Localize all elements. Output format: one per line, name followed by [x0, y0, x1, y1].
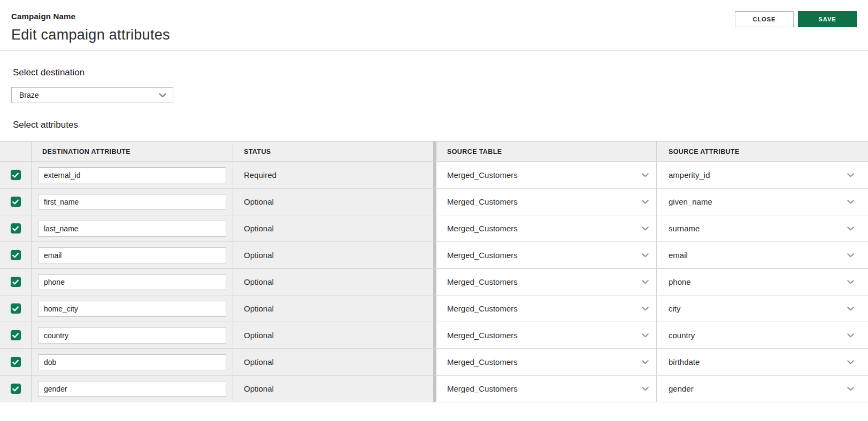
destination-attribute-cell: [31, 322, 233, 348]
chevron-down-icon: [642, 173, 649, 177]
page-title: Edit campaign attributes: [11, 26, 857, 43]
source-attribute-select[interactable]: given_name: [656, 189, 868, 215]
status-text: Optional: [244, 304, 274, 313]
header-divider: [0, 50, 868, 51]
source-attribute-select[interactable]: city: [656, 295, 868, 322]
table-row: Optional Merged_Customers city: [0, 295, 868, 322]
destination-select[interactable]: Braze: [11, 87, 173, 103]
source-table-select[interactable]: Merged_Customers: [433, 215, 656, 241]
chevron-down-icon: [847, 227, 854, 231]
column-status: STATUS: [233, 142, 433, 161]
source-attribute-value: surname: [669, 224, 700, 233]
checkmark-icon: [12, 279, 19, 285]
status-cell: Optional: [233, 376, 433, 402]
destination-attribute-cell: [31, 349, 233, 375]
close-button[interactable]: CLOSE: [735, 11, 794, 27]
source-table-select[interactable]: Merged_Customers: [433, 349, 656, 375]
source-table-value: Merged_Customers: [447, 170, 518, 180]
chevron-down-icon: [847, 387, 854, 391]
row-checkbox[interactable]: [11, 170, 21, 180]
source-attribute-value: amperity_id: [669, 170, 710, 180]
source-table-select[interactable]: Merged_Customers: [433, 269, 656, 295]
source-table-select[interactable]: Merged_Customers: [433, 376, 656, 402]
source-attribute-select[interactable]: birthdate: [656, 349, 868, 375]
select-destination-label: Select destination: [13, 67, 868, 78]
destination-attribute-input[interactable]: [38, 381, 226, 397]
status-text: Optional: [244, 197, 274, 206]
checkbox-cell: [0, 376, 31, 402]
destination-attribute-input[interactable]: [38, 354, 226, 370]
destination-attribute-input[interactable]: [38, 194, 226, 210]
chevron-down-icon: [642, 387, 649, 391]
source-table-value: Merged_Customers: [447, 277, 518, 286]
source-table-select[interactable]: Merged_Customers: [433, 162, 656, 188]
checkbox-cell: [0, 215, 31, 241]
destination-attribute-input[interactable]: [38, 301, 226, 317]
table-row: Optional Merged_Customers given_name: [0, 189, 868, 215]
source-table-select[interactable]: Merged_Customers: [433, 242, 656, 268]
header-checkbox-cell: [0, 142, 31, 161]
destination-attribute-input[interactable]: [38, 274, 226, 290]
destination-select-value: Braze: [19, 91, 39, 99]
chevron-down-icon: [642, 253, 649, 258]
status-cell: Optional: [233, 189, 433, 215]
row-checkbox[interactable]: [11, 277, 21, 287]
checkbox-cell: [0, 162, 31, 188]
chevron-down-icon: [642, 227, 649, 231]
chevron-down-icon: [847, 173, 854, 177]
source-attribute-select[interactable]: surname: [656, 215, 868, 241]
destination-attribute-input[interactable]: [38, 328, 226, 344]
select-attributes-label: Select attributes: [13, 120, 868, 130]
checkbox-cell: [0, 295, 31, 322]
destination-attribute-cell: [31, 242, 233, 268]
source-attribute-select[interactable]: email: [656, 242, 868, 268]
source-attribute-value: given_name: [669, 197, 712, 206]
row-checkbox[interactable]: [11, 330, 21, 340]
source-table-value: Merged_Customers: [447, 224, 518, 233]
source-table-value: Merged_Customers: [447, 197, 518, 206]
checkbox-cell: [0, 189, 31, 215]
row-checkbox[interactable]: [11, 303, 21, 314]
checkmark-icon: [12, 333, 19, 338]
source-table-select[interactable]: Merged_Customers: [433, 322, 656, 348]
status-cell: Optional: [233, 322, 433, 348]
status-text: Optional: [244, 224, 274, 233]
checkmark-icon: [12, 199, 19, 205]
table-row: Optional Merged_Customers gender: [0, 376, 868, 402]
attributes-table-body: Required Merged_Customers amperity_id Op…: [0, 162, 868, 402]
source-attribute-select[interactable]: phone: [656, 269, 868, 295]
row-checkbox[interactable]: [11, 250, 21, 260]
row-checkbox[interactable]: [11, 223, 21, 233]
source-attribute-value: email: [669, 251, 688, 260]
source-attribute-value: city: [669, 304, 681, 313]
table-row: Optional Merged_Customers surname: [0, 215, 868, 242]
checkmark-icon: [12, 226, 19, 231]
checkbox-cell: [0, 322, 31, 348]
status-text: Optional: [244, 277, 274, 286]
row-checkbox[interactable]: [11, 197, 21, 207]
row-checkbox[interactable]: [11, 357, 21, 367]
source-table-select[interactable]: Merged_Customers: [433, 189, 656, 215]
source-attribute-select[interactable]: gender: [656, 376, 868, 402]
source-table-select[interactable]: Merged_Customers: [433, 295, 656, 322]
destination-attribute-input[interactable]: [38, 247, 226, 263]
row-checkbox[interactable]: [11, 384, 21, 394]
chevron-down-icon: [642, 360, 649, 364]
destination-attribute-cell: [31, 376, 233, 402]
chevron-down-icon: [847, 307, 854, 311]
source-attribute-select[interactable]: country: [656, 322, 868, 348]
table-row: Optional Merged_Customers phone: [0, 269, 868, 295]
chevron-down-icon: [847, 200, 854, 204]
status-text: Optional: [244, 251, 274, 260]
source-attribute-select[interactable]: amperity_id: [656, 162, 868, 188]
source-table-value: Merged_Customers: [447, 251, 518, 260]
destination-attribute-input[interactable]: [38, 221, 226, 237]
save-button[interactable]: SAVE: [798, 11, 857, 27]
chevron-down-icon: [642, 333, 649, 338]
table-row: Optional Merged_Customers birthdate: [0, 349, 868, 376]
chevron-down-icon: [642, 307, 649, 311]
destination-attribute-input[interactable]: [38, 167, 226, 183]
source-table-value: Merged_Customers: [447, 304, 518, 313]
chevron-down-icon: [847, 280, 854, 284]
attributes-table-header: DESTINATION ATTRIBUTE STATUS SOURCE TABL…: [0, 142, 868, 162]
